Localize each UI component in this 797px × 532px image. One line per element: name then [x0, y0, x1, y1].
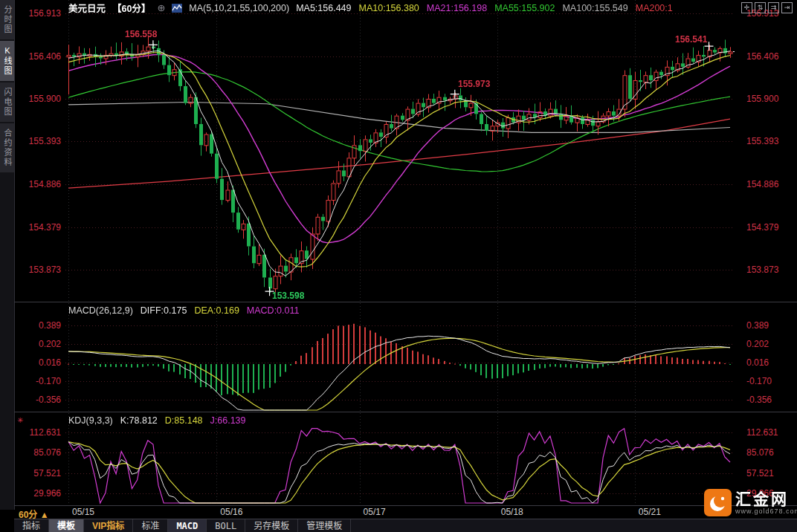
toolbar-item-2[interactable]: VIP指标: [84, 519, 133, 532]
ma-values: MA5:156.449MA10:156.380MA21:156.198MA55:…: [296, 3, 673, 13]
y-axis-tick-label: 155.393: [746, 136, 793, 146]
y-axis-tick-label: 154.379: [746, 222, 793, 233]
price-annotation: 156.558: [125, 29, 157, 39]
y-axis-tick-label: 155.900: [15, 94, 61, 104]
y-axis-tick-label: 85.076: [15, 447, 61, 458]
symbol-title: 美元日元: [68, 1, 106, 15]
kdj-marker-icon[interactable]: ✳: [17, 416, 23, 424]
price-annotation: 156.541: [675, 34, 707, 45]
y-axis-tick-label: 153.873: [15, 265, 61, 275]
y-axis-tick-label: 29.966: [15, 488, 61, 499]
play-forward-icon[interactable]: ⇉: [768, 2, 779, 13]
bottom-toolbar: 指标模板VIP指标标准MACDBOLL另存模板管理模板: [14, 519, 797, 532]
macd_panel-value-label: DEA:0.169: [194, 305, 239, 316]
toolbar-item-3[interactable]: 标准: [133, 519, 168, 532]
sidebar-tab-2[interactable]: 闪电图: [0, 82, 14, 122]
y-axis-tick-label: -0.170: [746, 376, 793, 386]
y-axis-tick-label: 155.393: [15, 136, 61, 146]
ma-value-label: MA5:156.449: [296, 3, 351, 13]
period-selector[interactable]: 60分 ▲: [19, 507, 49, 520]
y-axis-tick-label: 153.873: [746, 265, 793, 275]
sidebar-tab-0[interactable]: 分时图: [0, 0, 14, 39]
logo-url: www.gold678.com: [735, 507, 797, 515]
ma-value-label: MA200:1: [636, 3, 673, 13]
toolbar-item-0[interactable]: 指标: [14, 519, 49, 532]
ma-value-label: MA100:155.549: [562, 3, 627, 13]
kdj_panel-value-label: J:66.139: [210, 415, 246, 426]
kdj-title: KDJ(9,3,3): [68, 415, 113, 426]
period-label: 60分: [19, 510, 37, 520]
macd_panel-value-label: MACD:0.011: [247, 305, 300, 316]
macd-panel-canvas[interactable]: [65, 303, 735, 412]
chart-window-icons: ✛⇅⇉⇥: [741, 2, 793, 13]
panel-divider: [14, 505, 797, 506]
period-tag: 【60分】: [112, 1, 150, 15]
site-logo[interactable]: 汇金网 www.gold678.com: [704, 489, 797, 516]
panel-divider: [14, 302, 797, 302]
y-axis-tick-label: -0.356: [746, 395, 793, 405]
logo-crescent-icon: [704, 489, 732, 516]
kdj_panel-value-label: K:78.812: [120, 415, 158, 426]
y-axis-tick-label: -0.170: [15, 376, 61, 386]
y-axis-tick-label: 57.521: [746, 468, 793, 479]
y-axis-tick-label: 0.389: [746, 320, 793, 331]
kdj_panel-value-label: D:85.148: [165, 415, 203, 426]
ma-legend-icon: [172, 4, 182, 13]
x-axis-date-label: 05/17: [364, 507, 386, 517]
macd-values: DIFF:0.175DEA:0.169MACD:0.011: [141, 305, 300, 316]
y-axis-tick-label: 154.379: [15, 222, 61, 233]
toolbar-item-6[interactable]: 另存模板: [245, 519, 298, 532]
y-axis-tick-label: -0.356: [15, 395, 61, 405]
sidebar-tab-3[interactable]: 合约资料: [0, 123, 14, 172]
settings-icon[interactable]: ⊕: [157, 2, 165, 13]
y-axis-tick-label: 156.406: [15, 51, 61, 62]
y-axis-tick-label: 0.016: [746, 357, 793, 368]
chart-type-sidebar: 分时图K线图闪电图合约资料: [0, 0, 15, 510]
kdj-panel-canvas[interactable]: [65, 413, 735, 505]
y-axis-tick-label: 156.406: [746, 51, 793, 62]
y-axis-tick-label: 156.913: [15, 8, 61, 19]
y-axis-tick-label: 85.076: [746, 447, 793, 458]
x-axis-date-label: 05/16: [220, 507, 242, 517]
kdj-values: K:78.812D:85.148J:66.139: [120, 415, 246, 426]
panel-divider: [14, 412, 797, 412]
macd_panel-value-label: DIFF:0.175: [141, 305, 187, 316]
ma-value-label: MA10:156.380: [359, 3, 419, 13]
shift-right-icon[interactable]: ⇥: [781, 2, 793, 13]
ma-value-label: MA55:155.902: [494, 3, 555, 13]
logo-text: 汇金网: [735, 491, 797, 507]
y-axis-tick-label: 57.521: [15, 468, 61, 479]
y-axis-tick-label: 154.886: [746, 179, 793, 189]
crosshair-icon[interactable]: ✛: [741, 2, 752, 13]
y-axis-tick-label: 0.202: [15, 339, 61, 349]
y-axis-tick-label: 0.389: [15, 320, 61, 331]
y-axis-tick-label: 0.016: [15, 357, 61, 368]
y-axis-tick-label: 0.202: [746, 339, 793, 349]
x-axis-date-label: 05/21: [639, 507, 661, 517]
y-axis-tick-label: 155.900: [746, 94, 793, 104]
toolbar-item-5[interactable]: BOLL: [207, 519, 245, 532]
chart-header: 美元日元 【60分】 ⊕ MA(5,10,21,55,100,200) MA5:…: [68, 1, 673, 14]
kdj-header: KDJ(9,3,3) K:78.812D:85.148J:66.139: [68, 415, 246, 426]
main-chart-canvas[interactable]: [65, 0, 735, 302]
macd-title: MACD(26,12,9): [68, 305, 133, 316]
sidebar-tab-1[interactable]: K线图: [0, 41, 14, 81]
x-axis-date-label: 05/18: [501, 507, 523, 517]
period-arrow-icon: ▲: [40, 510, 49, 520]
ma-value-label: MA21:156.198: [427, 3, 487, 13]
price-annotation: 155.973: [458, 79, 490, 89]
y-axis-tick-label: 154.886: [15, 179, 61, 189]
ma-formula-label: MA(5,10,21,55,100,200): [189, 3, 289, 13]
x-axis-date-label: 05/15: [72, 507, 94, 517]
toolbar-item-4[interactable]: MACD: [168, 519, 207, 532]
y-axis-tick-label: 112.631: [15, 427, 61, 438]
toolbar-item-1[interactable]: 模板: [49, 519, 84, 532]
price-annotation: 153.598: [272, 291, 304, 301]
y-axis-tick-label: 112.631: [746, 427, 793, 438]
macd-header: MACD(26,12,9) DIFF:0.175DEA:0.169MACD:0.…: [68, 305, 299, 316]
toolbar-item-7[interactable]: 管理模板: [298, 519, 351, 532]
fit-y-axis-icon[interactable]: ⇅: [755, 2, 766, 13]
